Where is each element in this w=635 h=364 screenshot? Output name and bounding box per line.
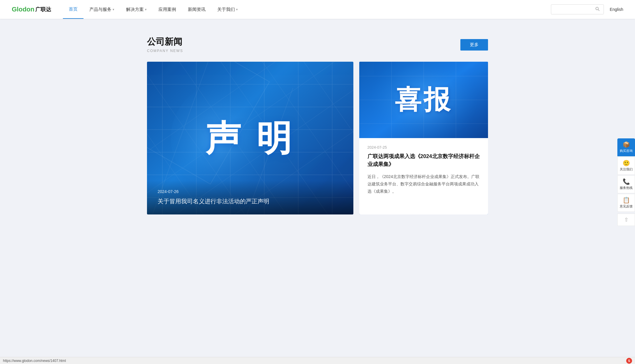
secondary-card-body: 2024-07-25 广联达两项成果入选《2024北京数字经济标杆企业成果集》 … <box>359 138 488 214</box>
float-sidebar: 📦 购买咨询 🙂 关注我们 📞 服务热线 📋 意见反馈 ⇧ <box>617 138 635 226</box>
main-card-big-chars: 声 明 <box>205 120 295 156</box>
follow-us-label: 关注我们 <box>620 167 633 172</box>
chevron-down-icon: ▾ <box>145 8 147 11</box>
nav-item-home[interactable]: 首页 <box>63 0 83 19</box>
more-button[interactable]: 更多 <box>460 39 488 51</box>
chevron-down-icon: ▾ <box>236 8 238 11</box>
hotline-label: 服务热线 <box>620 186 633 190</box>
face-icon: 🙂 <box>623 160 630 166</box>
nav-item-products[interactable]: 产品与服务 ▾ <box>83 0 120 19</box>
section-header: 公司新闻 COMPANY NEWS 更多 <box>147 36 488 53</box>
feedback-label: 意见反馈 <box>620 204 633 209</box>
news-main-card[interactable]: 声 明 2024-07-26 关于冒用我司名义进行非法活动的严正声明 <box>147 62 353 214</box>
main-card-title: 关于冒用我司名义进行非法活动的严正声明 <box>158 197 343 206</box>
nav-item-news[interactable]: 新闻资讯 <box>182 0 211 19</box>
section-title-zh: 公司新闻 <box>147 36 183 47</box>
secondary-card-desc: 近日，《2024北京数字经济标杆企业成果集》正式发布。广联达建筑业务平台、数字交… <box>367 173 480 195</box>
box-icon: 📦 <box>623 142 630 147</box>
logo-cn-text: 广联达 <box>35 6 51 13</box>
section-title-block: 公司新闻 COMPANY NEWS <box>147 36 183 53</box>
header: Glodon 广联达 首页 产品与服务 ▾ 解决方案 ▾ 应用案例 新闻资讯 关… <box>0 0 635 19</box>
logo[interactable]: Glodon 广联达 <box>12 6 51 13</box>
browser-logo: S <box>626 358 632 364</box>
search-button[interactable] <box>595 7 600 12</box>
svg-line-1 <box>598 10 599 11</box>
secondary-card-big-chars: 喜报 <box>395 82 452 118</box>
main-card-date: 2024-07-26 <box>158 189 343 194</box>
news-secondary-card[interactable]: 喜报 2024-07-25 广联达两项成果入选《2024北京数字经济标杆企业成果… <box>359 62 488 214</box>
buy-consult-label: 购买咨询 <box>620 149 633 153</box>
search-bar[interactable] <box>551 4 604 14</box>
follow-us-button[interactable]: 🙂 关注我们 <box>617 157 635 175</box>
secondary-card-title: 广联达两项成果入选《2024北京数字经济标杆企业成果集》 <box>367 152 480 168</box>
secondary-card-image: 喜报 <box>359 62 488 138</box>
search-input[interactable] <box>554 7 595 12</box>
logo-glodon-text: Glodon <box>12 6 34 13</box>
secondary-card-date: 2024-07-25 <box>367 145 480 150</box>
nav-item-solutions[interactable]: 解决方案 ▾ <box>120 0 153 19</box>
nav-item-cases[interactable]: 应用案例 <box>153 0 182 19</box>
feedback-icon: 📋 <box>623 197 630 203</box>
news-grid: 声 明 2024-07-26 关于冒用我司名义进行非法活动的严正声明 <box>147 62 488 214</box>
nav-item-about[interactable]: 关于我们 ▾ <box>211 0 244 19</box>
main-card-overlay: 2024-07-26 关于冒用我司名义进行非法活动的严正声明 <box>147 180 353 214</box>
main-nav: 首页 产品与服务 ▾ 解决方案 ▾ 应用案例 新闻资讯 关于我们 ▾ <box>63 0 545 19</box>
search-icon <box>595 7 600 11</box>
phone-icon: 📞 <box>623 179 630 184</box>
section-title-en: COMPANY NEWS <box>147 49 183 53</box>
scroll-to-top-button[interactable]: ⇧ <box>617 214 635 226</box>
feedback-button[interactable]: 📋 意见反馈 <box>617 194 635 212</box>
main-content: 公司新闻 COMPANY NEWS 更多 <box>141 19 494 232</box>
statusbar-url: https://www.glodon.com/news/1407.html <box>3 359 626 363</box>
chevron-down-icon: ▾ <box>113 8 114 11</box>
hotline-button[interactable]: 📞 服务热线 <box>617 175 635 193</box>
buy-consult-button[interactable]: 📦 购买咨询 <box>617 138 635 156</box>
up-arrow-icon: ⇧ <box>624 217 629 223</box>
statusbar: https://www.glodon.com/news/1407.html S <box>0 357 635 364</box>
language-switch[interactable]: English <box>610 7 623 12</box>
